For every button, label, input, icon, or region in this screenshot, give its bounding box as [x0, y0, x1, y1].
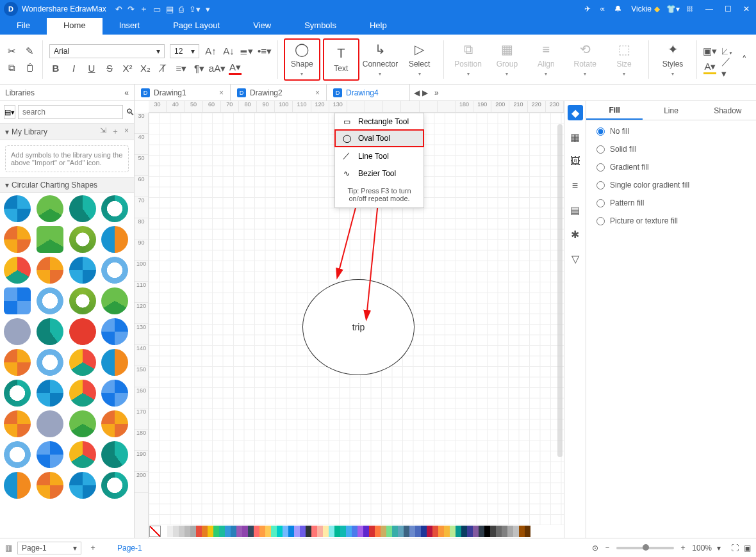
color-swatch[interactable] [363, 526, 369, 537]
tab-drawing4[interactable]: D Drawing4 [327, 85, 410, 101]
shape-item[interactable] [101, 410, 128, 437]
close-section-icon[interactable]: × [124, 126, 129, 137]
font-select[interactable]: Arial▾ [49, 44, 165, 58]
close-icon[interactable]: ✕ [743, 4, 750, 13]
color-swatch[interactable] [185, 526, 190, 537]
color-swatch[interactable] [161, 526, 167, 537]
menu-insert[interactable]: Insert [103, 18, 157, 35]
color-swatch[interactable] [415, 526, 421, 537]
shape-item[interactable] [37, 226, 63, 253]
page-select[interactable]: Page-1▾ [17, 542, 81, 554]
italic-icon[interactable]: I [67, 62, 80, 75]
shape-item[interactable] [101, 287, 128, 314]
shape-item[interactable] [4, 318, 31, 345]
shape-item[interactable] [37, 410, 63, 437]
color-swatch[interactable] [202, 526, 208, 537]
color-swatch[interactable] [213, 526, 219, 537]
my-library-section[interactable]: ▾My Library ⇲ ＋ × [0, 123, 134, 140]
shape-item[interactable] [37, 472, 63, 499]
menu-view[interactable]: View [236, 18, 288, 35]
shape-item[interactable] [37, 257, 63, 284]
line-tab[interactable]: Line [643, 101, 699, 120]
color-swatch[interactable] [288, 526, 294, 537]
color-swatch[interactable] [484, 526, 490, 537]
color-swatch[interactable] [242, 526, 248, 537]
search-icon[interactable]: 🔍︎ [126, 105, 135, 119]
copy-icon[interactable]: ⧉ [5, 61, 18, 74]
shape-item[interactable] [4, 226, 31, 253]
color-swatch[interactable] [300, 526, 306, 537]
shape-item[interactable] [4, 410, 31, 437]
qat-more-icon[interactable]: ▾ [206, 4, 210, 14]
fill-option[interactable]: Single color gradient fill [596, 181, 746, 190]
shape-item[interactable] [101, 441, 128, 468]
color-swatch[interactable] [271, 526, 277, 537]
connect-panel-icon[interactable]: ✱ [568, 227, 583, 242]
shape-item[interactable] [37, 441, 63, 468]
menu-symbols[interactable]: Symbols [288, 18, 353, 35]
fullscreen-icon[interactable]: ▣ [744, 544, 751, 553]
color-swatch[interactable] [323, 526, 329, 537]
color-swatch[interactable] [248, 526, 254, 537]
circular-shapes-section[interactable]: ▾Circular Charting Shapes [0, 177, 134, 193]
tab-next-icon[interactable]: ▶ [422, 88, 428, 97]
bold-icon[interactable]: B [49, 62, 62, 75]
color-swatch[interactable] [179, 526, 185, 537]
color-swatch[interactable] [525, 526, 530, 537]
color-swatch[interactable] [507, 526, 513, 537]
paste-icon[interactable]: 📋︎ [23, 61, 36, 74]
bullets-icon[interactable]: •≡▾ [258, 45, 271, 58]
color-swatch[interactable] [254, 526, 259, 537]
theme-icon[interactable]: 👕▾ [666, 4, 680, 13]
layout-panel-icon[interactable]: ▤ [568, 202, 583, 218]
minimize-icon[interactable]: — [705, 4, 713, 13]
menu-home[interactable]: Home [47, 18, 103, 35]
shape-item[interactable] [4, 349, 31, 376]
color-swatch[interactable] [398, 526, 404, 537]
connector-tool-button[interactable]: ↳Connector [363, 39, 398, 80]
color-swatch[interactable] [369, 526, 375, 537]
redo-icon[interactable]: ↷ [127, 4, 135, 14]
maximize-icon[interactable]: ☐ [725, 4, 732, 13]
undo-icon[interactable]: ↶ [115, 4, 122, 14]
zoom-slider[interactable] [616, 547, 674, 549]
rectangle-tool-item[interactable]: ▭Rectangle Tool [335, 113, 423, 130]
color-swatch[interactable] [231, 526, 236, 537]
format-painter-icon[interactable]: ✎ [23, 45, 36, 58]
superscript-icon[interactable]: X² [121, 62, 134, 75]
no-fill-swatch[interactable] [149, 526, 161, 537]
font-color-icon[interactable]: A▾ [229, 62, 242, 75]
color-swatch[interactable] [427, 526, 432, 537]
fit-page-icon[interactable]: ⛶ [731, 544, 739, 553]
line-tool-item[interactable]: ／Line Tool [335, 147, 423, 165]
color-swatch[interactable] [340, 526, 346, 537]
color-swatch[interactable] [479, 526, 484, 537]
color-swatch[interactable] [404, 526, 409, 537]
close-tab-icon[interactable]: × [219, 88, 224, 97]
color-swatch[interactable] [173, 526, 179, 537]
group-button[interactable]: ▦Group [489, 39, 525, 80]
size-button[interactable]: ⬚Size [607, 39, 642, 80]
image-panel-icon[interactable]: 🖼︎ [568, 154, 583, 169]
shape-item[interactable] [69, 226, 96, 253]
shape-item[interactable] [69, 441, 96, 468]
present-panel-icon[interactable]: ▽ [568, 251, 583, 266]
user-label[interactable]: Vickie ◆ [631, 4, 660, 13]
color-swatch[interactable] [190, 526, 196, 537]
color-swatch[interactable] [259, 526, 265, 537]
select-tool-button[interactable]: ▷Select [402, 39, 437, 80]
close-tab-icon[interactable]: × [315, 88, 320, 97]
color-swatch[interactable] [461, 526, 467, 537]
color-swatch[interactable] [438, 526, 444, 537]
shape-item[interactable] [101, 380, 128, 407]
shape-item[interactable] [4, 441, 31, 468]
line-color-icon[interactable]: ／▾ [721, 61, 734, 74]
share-icon[interactable]: ∝ [600, 4, 605, 13]
font-size-select[interactable]: 12▾ [170, 44, 199, 58]
rotate-button[interactable]: ⟲Rotate [568, 39, 603, 80]
menu-page-layout[interactable]: Page Layout [156, 18, 236, 35]
oval-shape[interactable]: trip [302, 279, 415, 375]
add-page-button[interactable]: ＋ [86, 542, 99, 553]
library-picker-icon[interactable]: ▤▾ [4, 105, 15, 119]
bezier-tool-item[interactable]: ∿Bezier Tool [335, 165, 423, 182]
